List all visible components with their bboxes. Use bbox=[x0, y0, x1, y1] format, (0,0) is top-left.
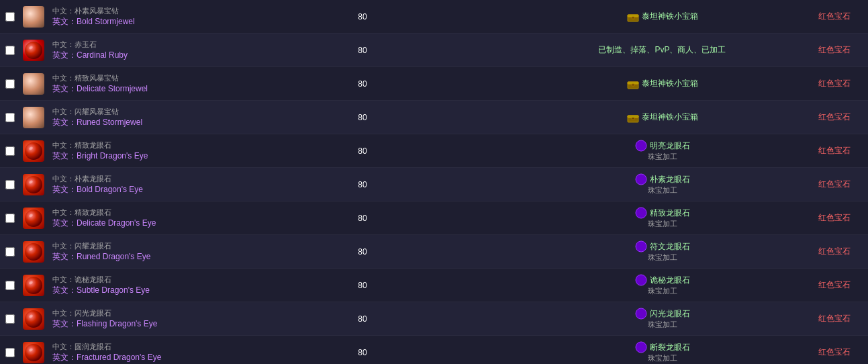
item-name-en: 英文：Bold Stormjewel bbox=[52, 16, 330, 28]
row-checkbox[interactable] bbox=[5, 146, 15, 156]
item-icon bbox=[23, 107, 44, 128]
checkbox-cell[interactable] bbox=[0, 214, 20, 223]
item-type: 红色宝石 bbox=[801, 347, 868, 358]
checkbox-cell[interactable] bbox=[0, 281, 20, 290]
source-cell: 泰坦神铁小宝箱 bbox=[524, 109, 801, 126]
item-icon bbox=[23, 6, 44, 28]
item-name-zh: 中文：精致龙眼石 bbox=[52, 208, 330, 218]
table-row: 中文：精致龙眼石 英文：Bright Dragon's Eye 80 bbox=[0, 134, 868, 168]
item-icon-cell bbox=[20, 6, 47, 28]
source-info: 泰坦神铁小宝箱 bbox=[529, 78, 795, 90]
jewel-icon bbox=[635, 274, 647, 286]
row-checkbox[interactable] bbox=[5, 12, 15, 21]
checkbox-cell[interactable] bbox=[0, 79, 20, 89]
item-icon-cell bbox=[20, 342, 47, 363]
item-name-en: 英文：Delicate Stormjewel bbox=[52, 83, 330, 95]
checkbox-cell[interactable] bbox=[0, 46, 20, 55]
source-cell: 符文龙眼石 珠宝加工 bbox=[524, 238, 801, 265]
item-level: 80 bbox=[336, 146, 389, 156]
item-name-en: 英文：Flashing Dragon's Eye bbox=[52, 318, 330, 330]
item-name-cell: 中文：精致龙眼石 英文：Delicate Dragon's Eye bbox=[47, 205, 336, 232]
item-level: 80 bbox=[336, 79, 389, 89]
item-icon-cell bbox=[20, 140, 47, 162]
chest-icon bbox=[627, 11, 639, 23]
checkbox-cell[interactable] bbox=[0, 113, 20, 122]
svg-rect-9 bbox=[632, 84, 634, 86]
table-row: 中文：闪耀风暴宝钻 英文：Runed Stormjewel 80 泰坦神铁小宝箱… bbox=[0, 101, 868, 134]
item-type: 红色宝石 bbox=[801, 78, 868, 89]
item-level: 80 bbox=[336, 247, 389, 257]
checkbox-cell[interactable] bbox=[0, 12, 20, 21]
svg-point-34 bbox=[25, 310, 42, 328]
item-icon bbox=[23, 140, 44, 162]
source-cell: 泰坦神铁小宝箱 bbox=[524, 8, 801, 26]
item-name-cell: 中文：精致龙眼石 英文：Bright Dragon's Eye bbox=[47, 138, 336, 165]
svg-point-20 bbox=[636, 174, 646, 185]
item-name-zh: 中文：精致风暴宝钻 bbox=[52, 73, 330, 83]
item-level: 80 bbox=[336, 214, 389, 223]
svg-point-36 bbox=[636, 308, 646, 319]
source-info: 精致龙眼石 珠宝加工 bbox=[529, 207, 795, 229]
row-checkbox[interactable] bbox=[5, 247, 15, 257]
item-name-zh: 中文：朴素龙眼石 bbox=[52, 174, 330, 184]
row-checkbox[interactable] bbox=[5, 314, 15, 324]
item-icon-cell bbox=[20, 241, 47, 263]
source-cell: 明亮龙眼石 珠宝加工 bbox=[524, 137, 801, 165]
table-row: 中文：精致风暴宝钻 英文：Delicate Stormjewel 80 泰坦神铁… bbox=[0, 67, 868, 101]
item-name-zh: 中文：赤玉石 bbox=[52, 40, 330, 50]
item-type: 红色宝石 bbox=[801, 212, 868, 224]
jewel-icon bbox=[635, 207, 647, 219]
item-name-en: 英文：Delicate Dragon's Eye bbox=[52, 218, 330, 229]
source-cell: 精致龙眼石 珠宝加工 bbox=[524, 204, 801, 232]
item-level: 80 bbox=[336, 348, 389, 357]
item-name-en: 英文：Runed Stormjewel bbox=[52, 117, 330, 128]
svg-point-18 bbox=[25, 176, 42, 193]
item-level: 80 bbox=[336, 113, 389, 122]
row-checkbox[interactable] bbox=[5, 113, 15, 122]
svg-point-26 bbox=[25, 243, 42, 261]
svg-point-30 bbox=[25, 277, 42, 294]
table-row: 中文：圆润龙眼石 英文：Fractured Dragon's Eye 80 bbox=[0, 336, 868, 364]
source-info: 明亮龙眼石 珠宝加工 bbox=[529, 140, 795, 162]
table-row: 中文：赤玉石 英文：Cardinal Ruby 80 已制造、掉落、PvP、商人… bbox=[0, 34, 868, 67]
item-type: 红色宝石 bbox=[801, 246, 868, 257]
source-info: 已制造、掉落、PvP、商人、已加工 bbox=[529, 44, 795, 56]
chest-icon bbox=[627, 111, 639, 124]
item-name-zh: 中文：精致龙眼石 bbox=[52, 140, 330, 150]
source-cell: 已制造、掉落、PvP、商人、已加工 bbox=[524, 42, 801, 58]
jewel-icon bbox=[635, 173, 647, 185]
row-checkbox[interactable] bbox=[5, 79, 15, 89]
checkbox-cell[interactable] bbox=[0, 146, 20, 156]
item-type: 红色宝石 bbox=[801, 279, 868, 291]
item-name-en: 英文：Runed Dragon's Eye bbox=[52, 251, 330, 263]
main-table: 中文：朴素风暴宝钻 英文：Bold Stormjewel 80 泰坦神铁小宝箱 … bbox=[0, 0, 868, 364]
item-level: 80 bbox=[336, 46, 389, 55]
item-icon bbox=[23, 241, 44, 263]
row-checkbox[interactable] bbox=[5, 281, 15, 290]
item-icon bbox=[23, 174, 44, 195]
checkbox-cell[interactable] bbox=[0, 314, 20, 324]
checkbox-cell[interactable] bbox=[0, 348, 20, 357]
source-info: 朴素龙眼石 珠宝加工 bbox=[529, 173, 795, 195]
item-icon-cell bbox=[20, 275, 47, 296]
row-checkbox[interactable] bbox=[5, 348, 15, 357]
jewel-icon bbox=[635, 341, 647, 353]
svg-point-40 bbox=[636, 342, 646, 353]
row-checkbox[interactable] bbox=[5, 46, 15, 55]
item-level: 80 bbox=[336, 12, 389, 21]
table-row: 中文：精致龙眼石 英文：Delicate Dragon's Eye 80 bbox=[0, 201, 868, 235]
item-name-zh: 中文：闪耀龙眼石 bbox=[52, 241, 330, 251]
item-icon bbox=[23, 40, 44, 61]
row-checkbox[interactable] bbox=[5, 214, 15, 223]
table-row: 中文：朴素龙眼石 英文：Bold Dragon's Eye 80 bbox=[0, 168, 868, 201]
item-name-cell: 中文：赤玉石 英文：Cardinal Ruby bbox=[47, 37, 336, 64]
svg-point-28 bbox=[636, 241, 646, 252]
checkbox-cell[interactable] bbox=[0, 247, 20, 257]
row-checkbox[interactable] bbox=[5, 180, 15, 189]
svg-point-16 bbox=[636, 140, 646, 151]
item-type: 红色宝石 bbox=[801, 11, 868, 22]
table-row: 中文：闪光龙眼石 英文：Flashing Dragon's Eye 80 bbox=[0, 302, 868, 336]
source-info: 泰坦神铁小宝箱 bbox=[529, 11, 795, 23]
checkbox-cell[interactable] bbox=[0, 180, 20, 189]
table-row: 中文：闪耀龙眼石 英文：Runed Dragon's Eye 80 bbox=[0, 235, 868, 269]
